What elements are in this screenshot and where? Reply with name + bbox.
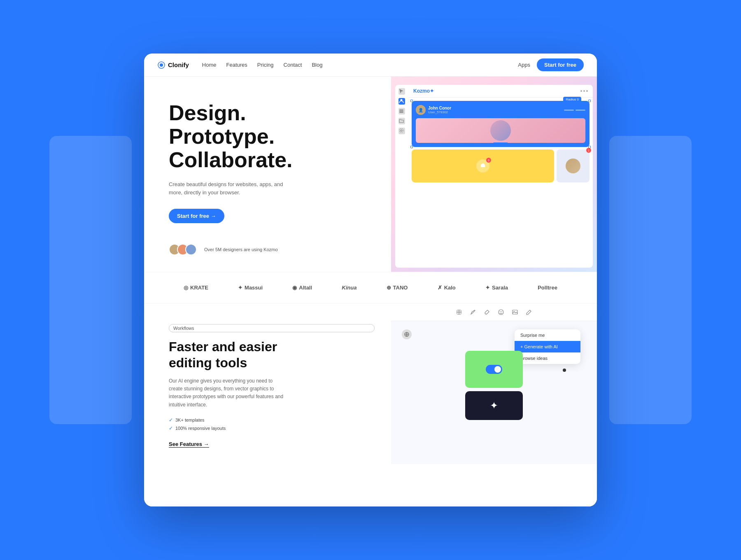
users-social: Over 5M designers are using Kozmo [169,244,375,255]
ai-globe-button[interactable] [402,329,412,339]
nav-link-home[interactable]: Home [202,62,217,68]
features-left: Workflows Faster and easier editing tool… [144,303,391,464]
check-item-responsive: ✓ 100% responsive layouts [169,425,375,431]
brand-tano-icon: ⊕ [387,285,391,291]
sidebar-folder-icon[interactable] [398,118,405,124]
logo-icon [157,61,165,69]
brand-kalo-icon: ✗ [438,285,442,291]
editing-toolbar [391,303,597,321]
tool-move-icon[interactable] [455,308,463,316]
menu-dot-1 [580,90,582,92]
check-mark-2: ✓ [169,425,173,431]
canvas-menu[interactable] [580,90,588,92]
features-checklist: ✓ 3K+ templates ✓ 100% responsive layout… [169,417,375,431]
start-free-button-nav[interactable]: Start for free [537,58,584,71]
design-canvas: Kozmo✦ Rad [408,85,593,268]
svg-point-0 [160,63,163,67]
ai-generate-item[interactable]: + Generate with AI [515,341,580,352]
ai-surprise-item[interactable]: Surprise me [515,329,580,341]
canvas-header: Kozmo✦ [408,85,593,98]
logo[interactable]: Clonify [157,61,189,69]
hero-right: Kozmo✦ Rad [391,77,597,272]
ai-star-icon: ✦ [490,400,498,411]
sidebar-layers-icon[interactable] [398,108,405,114]
svg-rect-12 [513,310,517,314]
see-features-link[interactable]: See Features → [169,441,209,448]
canvas-image-area: 768×314 [416,118,585,143]
tool-edit-icon[interactable] [525,308,533,316]
features-section: Workflows Faster and easier editing tool… [144,303,597,464]
bell-icon [480,163,486,169]
canvas-lines [564,110,585,111]
sidebar-settings-icon[interactable] [398,128,405,134]
tool-fill-icon[interactable] [483,308,491,316]
sidebar-person-icon[interactable] [398,98,405,105]
canvas-profile-name: John Conor [428,106,451,110]
canvas-card-blue: Radius 0 👤 John Conor User_578302 [412,101,590,147]
nav-link-features[interactable]: Features [226,62,247,68]
person-badge: 1 [586,148,591,153]
hero-title: Design. Prototype. Collaborate. [169,101,375,172]
ai-toggle[interactable] [486,365,502,374]
nav-links: Home Features Pricing Contact Blog [202,62,323,68]
ai-card-green [465,351,523,388]
svg-point-6 [401,130,402,131]
check-label-responsive: 100% responsive layouts [175,426,226,431]
canvas-card-yellow: 6 [412,149,554,182]
brand-tano-label: TANO [393,285,408,291]
svg-rect-5 [399,112,403,113]
hero-subtitle: Create beautiful designs for websites, a… [169,180,284,198]
sidebar-cursor-icon[interactable] [398,88,405,95]
ai-canvas-area: Surprise me + Generate with AI Browse id… [391,321,597,464]
check-label-templates: 3K+ templates [175,418,205,422]
tool-pen-icon[interactable] [469,308,477,316]
canvas-bottom-row: 6 1 [412,149,590,182]
page-content: Design. Prototype. Collaborate. Create b… [144,77,597,506]
nav-link-blog[interactable]: Blog [312,62,322,68]
brand-kinua-label: Kinua [342,285,357,291]
user-avatar-3 [185,244,197,255]
handle-tr [588,100,591,102]
svg-point-11 [501,311,502,312]
selection-badge: Radius 0 [563,97,581,102]
brand-altall-label: Altall [299,285,312,291]
brand-massui-label: Massui [245,285,263,291]
start-free-button-hero[interactable]: Start for free → [169,209,224,223]
brand-altall: ◉ Altall [292,285,312,291]
tool-emoji-icon[interactable] [497,308,505,316]
canvas-profile-row: 👤 John Conor User_578302 [416,105,585,115]
menu-dot-3 [586,90,588,92]
user-avatars [169,244,193,255]
svg-point-7 [399,128,403,133]
hero-title-line2: Prototype. [169,124,275,148]
brand-altall-icon: ◉ [292,285,297,291]
canvas-card-light: 1 [557,149,590,182]
canvas-title-text: Kozmo [413,88,430,94]
bell-icon-wrapper: 6 [476,159,489,173]
nav-link-pricing[interactable]: Pricing [257,62,274,68]
apps-link[interactable]: Apps [518,62,530,68]
canvas-profile-text: John Conor User_578302 [428,106,451,114]
svg-rect-3 [399,110,403,110]
brand-kalo-label: Kalo [444,285,456,291]
nav-link-contact[interactable]: Contact [284,62,302,68]
features-title: Faster and easier editing tools [169,339,375,371]
outer-background: Clonify Home Features Pricing Contact Bl… [0,0,741,560]
ai-browse-item[interactable]: Browse ideas [515,352,580,364]
shadow-panel-right [609,136,692,424]
check-mark-1: ✓ [169,417,173,423]
brand-krate: ◎ KRATE [184,285,208,291]
brand-kalo: ✗ Kalo [438,285,456,291]
svg-rect-4 [399,111,403,112]
bell-badge: 6 [486,158,491,163]
ai-card-dark: ✦ [465,391,523,420]
tool-image-icon[interactable] [511,308,519,316]
brand-krate-label: KRATE [190,285,208,291]
canvas-profile-sub: User_578302 [428,110,451,114]
canvas-app-title: Kozmo✦ [413,88,434,94]
brand-polltree: Polltree [538,285,557,291]
ai-generate-label: + Generate with AI [520,344,558,349]
canvas-title-star: ✦ [430,88,434,94]
brands-section: ◎ KRATE ✦ Massui ◉ Altall Kinua ⊕ TANO [144,272,597,303]
brand-sarala-label: Sarala [492,285,508,291]
